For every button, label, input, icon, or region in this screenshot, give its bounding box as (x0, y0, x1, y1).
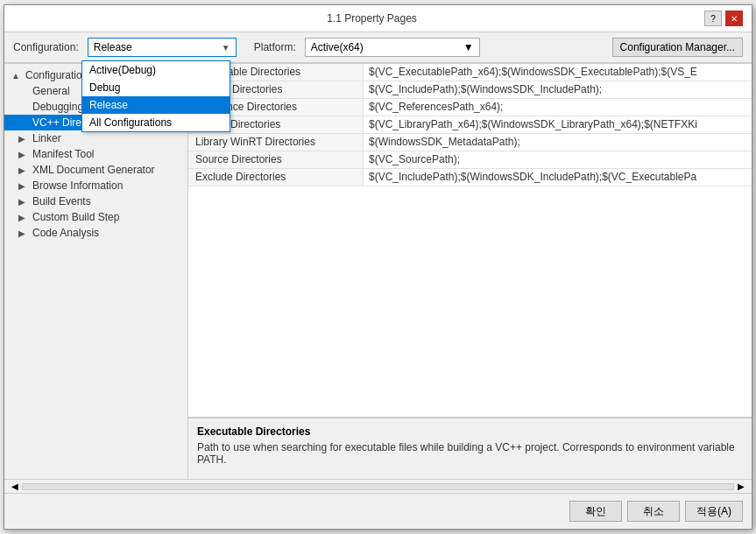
config-option-all[interactable]: All Configurations (82, 114, 230, 131)
prop-value-library[interactable]: $(VC_LibraryPath_x64);$(WindowsSDK_Libra… (364, 116, 752, 133)
tree-item-label: Build Events (32, 195, 91, 207)
scroll-right-button[interactable]: ▶ (734, 481, 748, 491)
property-pages-dialog: 1.1 Property Pages ? ✕ Configuration: Re… (4, 4, 752, 530)
scroll-track[interactable] (22, 483, 734, 490)
configuration-dropdown[interactable]: Release ▼ (88, 38, 237, 57)
footer: 확인 취소 적용(A) (4, 493, 752, 529)
tree-item-label: General (32, 85, 70, 97)
prop-value-exclude[interactable]: $(VC_IncludePath);$(WindowsSDK_IncludePa… (364, 169, 752, 186)
scroll-left-button[interactable]: ◀ (8, 481, 22, 491)
platform-dropdown-arrow-icon: ▼ (463, 41, 474, 53)
confirm-button[interactable]: 확인 (569, 501, 622, 522)
tree-item-label: Debugging (32, 101, 83, 113)
tree-expand-icon: ▶ (18, 228, 29, 238)
platform-selected-value: Active(x64) (311, 41, 364, 53)
tree-arrow-icon: ▲ (11, 71, 22, 81)
prop-name-source: Source Directories (188, 151, 364, 168)
tree-expand-icon: ▶ (18, 150, 29, 159)
tree-expand-icon: ▶ (18, 165, 29, 175)
cancel-button[interactable]: 취소 (627, 501, 680, 522)
tree-item-label: XML Document Generator (32, 164, 155, 176)
tree-expand-icon: ▶ (18, 213, 29, 222)
tree-expand-icon: ▶ (18, 134, 29, 144)
prop-value-reference[interactable]: $(VC_ReferencesPath_x64); (364, 99, 752, 116)
tree-item-label: Browse Information (32, 179, 123, 192)
table-row: Library Directories $(VC_LibraryPath_x64… (188, 116, 752, 134)
toolbar: Configuration: Release ▼ Active(Debug) D… (4, 32, 752, 63)
config-dropdown-arrow-icon: ▼ (222, 43, 230, 53)
tree-item-custom-build-step[interactable]: ▶ Custom Build Step (4, 209, 187, 225)
config-dropdown-menu: Active(Debug) Debug Release All Configur… (81, 60, 230, 132)
right-panel: Executable Directories $(VC_ExecutablePa… (188, 64, 752, 479)
config-option-debug[interactable]: Debug (82, 79, 230, 96)
tree-expand-icon: ▶ (18, 181, 29, 191)
table-row: Source Directories $(VC_SourcePath); (188, 151, 752, 169)
title-bar: 1.1 Property Pages ? ✕ (4, 5, 752, 32)
table-row: Library WinRT Directories $(WindowsSDK_M… (188, 134, 752, 151)
prop-value-library-winrt[interactable]: $(WindowsSDK_MetadataPath); (364, 134, 752, 151)
dialog-title: 1.1 Property Pages (39, 12, 704, 25)
prop-value-source[interactable]: $(VC_SourcePath); (364, 151, 752, 168)
tree-item-build-events[interactable]: ▶ Build Events (4, 193, 187, 209)
info-panel: Executable Directories Path to use when … (188, 418, 752, 479)
config-option-active-debug[interactable]: Active(Debug) (82, 61, 230, 79)
tree-item-label: Linker (32, 132, 61, 144)
horizontal-scrollbar: ◀ ▶ (4, 479, 752, 493)
title-bar-controls: ? ✕ (704, 11, 743, 26)
table-row: Include Directories $(VC_IncludePath);$(… (188, 81, 752, 99)
platform-dropdown[interactable]: Active(x64) ▼ (305, 38, 480, 57)
info-text: Path to use when searching for executabl… (197, 441, 743, 466)
platform-label: Platform: (254, 41, 296, 53)
tree-item-code-analysis[interactable]: ▶ Code Analysis (4, 225, 187, 241)
tree-item-manifest-tool[interactable]: ▶ Manifest Tool (4, 146, 187, 162)
configuration-manager-button[interactable]: Configuration Manager... (612, 38, 743, 57)
help-button[interactable]: ? (704, 11, 722, 26)
info-title: Executable Directories (197, 425, 743, 438)
table-row: Exclude Directories $(VC_IncludePath);$(… (188, 169, 752, 186)
prop-value-executable[interactable]: $(VC_ExecutablePath_x64);$(WindowsSDK_Ex… (364, 64, 752, 81)
tree-item-xml-document-generator[interactable]: ▶ XML Document Generator (4, 162, 187, 178)
apply-button[interactable]: 적용(A) (685, 501, 743, 522)
tree-item-browse-information[interactable]: ▶ Browse Information (4, 178, 187, 193)
close-button[interactable]: ✕ (725, 11, 743, 26)
tree-item-label: Custom Build Step (32, 211, 119, 223)
prop-value-include[interactable]: $(VC_IncludePath);$(WindowsSDK_IncludePa… (364, 81, 752, 98)
config-label: Configuration: (13, 41, 79, 53)
tree-item-label: Code Analysis (32, 227, 99, 239)
prop-name-exclude: Exclude Directories (188, 169, 364, 186)
table-row: Reference Directories $(VC_ReferencesPat… (188, 99, 752, 116)
tree-expand-icon: ▶ (18, 197, 29, 207)
table-row: Executable Directories $(VC_ExecutablePa… (188, 64, 752, 81)
config-selected-value: Release (94, 41, 132, 53)
property-grid: Executable Directories $(VC_ExecutablePa… (188, 64, 752, 418)
tree-item-label: Manifest Tool (32, 148, 94, 160)
config-option-release[interactable]: Release (82, 96, 230, 114)
prop-name-library-winrt: Library WinRT Directories (188, 134, 364, 151)
tree-item-linker[interactable]: ▶ Linker (4, 130, 187, 146)
